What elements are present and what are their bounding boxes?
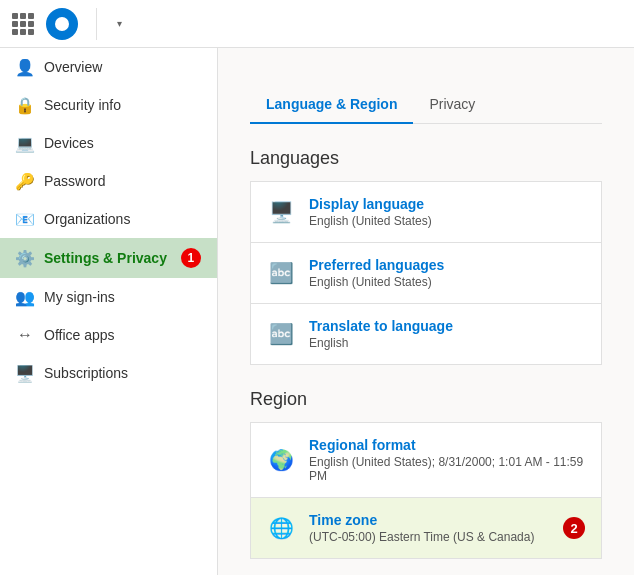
settings-item-label-regional-format: Regional format xyxy=(309,437,585,453)
settings-item-text-preferred-languages: Preferred languages English (United Stat… xyxy=(309,257,585,289)
subscriptions-icon: 🖥️ xyxy=(16,364,34,382)
sidebar-badge: 1 xyxy=(181,248,201,268)
settings-item-time-zone[interactable]: 🌐 Time zone (UTC-05:00) Eastern Time (US… xyxy=(251,498,601,558)
settings-item-value-display-language: English (United States) xyxy=(309,214,585,228)
settings-privacy-icon: ⚙️ xyxy=(16,249,34,267)
regional-format-icon: 🌍 xyxy=(267,446,295,474)
settings-item-text-regional-format: Regional format English (United States);… xyxy=(309,437,585,483)
chevron-down-icon: ▾ xyxy=(117,18,122,29)
security-info-icon: 🔒 xyxy=(16,96,34,114)
sidebar: 👤 Overview 🔒 Security info 💻 Devices 🔑 P… xyxy=(0,48,218,575)
sidebar-item-subscriptions[interactable]: 🖥️ Subscriptions xyxy=(0,354,217,392)
tab-language-region[interactable]: Language & Region xyxy=(250,88,413,124)
preferred-languages-icon: 🔤 xyxy=(267,259,295,287)
layout: 👤 Overview 🔒 Security info 💻 Devices 🔑 P… xyxy=(0,48,634,575)
settings-item-translate-to-language[interactable]: 🔤 Translate to language English xyxy=(251,304,601,364)
logo-icon xyxy=(46,8,78,40)
sidebar-item-password[interactable]: 🔑 Password xyxy=(0,162,217,200)
sidebar-item-label: Password xyxy=(44,173,105,189)
settings-item-label-display-language: Display language xyxy=(309,196,585,212)
sidebar-item-label: My sign-ins xyxy=(44,289,115,305)
settings-item-value-translate-to-language: English xyxy=(309,336,585,350)
section-title-region: Region xyxy=(250,389,602,410)
settings-item-display-language[interactable]: 🖥️ Display language English (United Stat… xyxy=(251,182,601,243)
settings-item-label-time-zone: Time zone xyxy=(309,512,549,528)
settings-item-text-translate-to-language: Translate to language English xyxy=(309,318,585,350)
display-language-icon: 🖥️ xyxy=(267,198,295,226)
sidebar-item-devices[interactable]: 💻 Devices xyxy=(0,124,217,162)
settings-item-text-time-zone: Time zone (UTC-05:00) Eastern Time (US &… xyxy=(309,512,549,544)
sidebar-item-label: Office apps xyxy=(44,327,115,343)
sidebar-item-label: Settings & Privacy xyxy=(44,250,167,266)
office-apps-icon: ↔️ xyxy=(16,326,34,344)
account-menu[interactable]: ▾ xyxy=(109,18,122,29)
settings-item-label-translate-to-language: Translate to language xyxy=(309,318,585,334)
main-content: Language & RegionPrivacy Languages 🖥️ Di… xyxy=(218,48,634,575)
translate-to-language-icon: 🔤 xyxy=(267,320,295,348)
devices-icon: 💻 xyxy=(16,134,34,152)
sidebar-item-label: Overview xyxy=(44,59,102,75)
sidebar-item-label: Devices xyxy=(44,135,94,151)
settings-item-preferred-languages[interactable]: 🔤 Preferred languages English (United St… xyxy=(251,243,601,304)
header: ▾ xyxy=(0,0,634,48)
settings-item-text-display-language: Display language English (United States) xyxy=(309,196,585,228)
settings-list-languages: 🖥️ Display language English (United Stat… xyxy=(250,181,602,365)
sidebar-item-overview[interactable]: 👤 Overview xyxy=(0,48,217,86)
sidebar-item-label: Organizations xyxy=(44,211,130,227)
overview-icon: 👤 xyxy=(16,58,34,76)
logo-area xyxy=(46,8,97,40)
sidebar-item-label: Security info xyxy=(44,97,121,113)
sidebar-item-organizations[interactable]: 📧 Organizations xyxy=(0,200,217,238)
tabs: Language & RegionPrivacy xyxy=(250,88,602,124)
settings-item-value-regional-format: English (United States); 8/31/2000; 1:01… xyxy=(309,455,585,483)
password-icon: 🔑 xyxy=(16,172,34,190)
settings-item-label-preferred-languages: Preferred languages xyxy=(309,257,585,273)
sidebar-item-settings-privacy[interactable]: ⚙️ Settings & Privacy 1 xyxy=(0,238,217,278)
settings-item-regional-format[interactable]: 🌍 Regional format English (United States… xyxy=(251,423,601,498)
sidebar-item-my-sign-ins[interactable]: 👥 My sign-ins xyxy=(0,278,217,316)
sidebar-item-office-apps[interactable]: ↔️ Office apps xyxy=(0,316,217,354)
section-title-languages: Languages xyxy=(250,148,602,169)
tab-privacy[interactable]: Privacy xyxy=(413,88,491,124)
settings-list-region: 🌍 Regional format English (United States… xyxy=(250,422,602,559)
settings-item-value-time-zone: (UTC-05:00) Eastern Time (US & Canada) xyxy=(309,530,549,544)
item-badge-time-zone: 2 xyxy=(563,517,585,539)
settings-item-value-preferred-languages: English (United States) xyxy=(309,275,585,289)
sidebar-item-label: Subscriptions xyxy=(44,365,128,381)
organizations-icon: 📧 xyxy=(16,210,34,228)
app-launcher-button[interactable] xyxy=(12,13,34,35)
time-zone-icon: 🌐 xyxy=(267,514,295,542)
sidebar-item-security-info[interactable]: 🔒 Security info xyxy=(0,86,217,124)
my-sign-ins-icon: 👥 xyxy=(16,288,34,306)
